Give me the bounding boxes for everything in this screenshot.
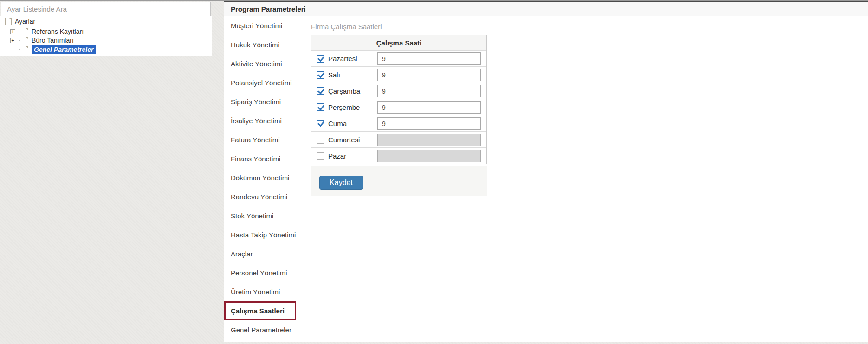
menu-item-1[interactable]: Müşteri Yönetimi <box>224 16 297 35</box>
page-title: Program Parametreleri <box>231 5 306 13</box>
day-checkbox-checked[interactable] <box>317 71 324 79</box>
menu-item-10[interactable]: Randevu Yönetimi <box>224 187 297 206</box>
table-row: Pazar <box>311 147 486 164</box>
hours-input <box>377 150 481 162</box>
panel-header: Program Parametreleri <box>224 1 868 16</box>
tree-item-label: Büro Tanımları <box>32 37 74 44</box>
working-hours-table-body: PazartesiSalıÇarşambaPerşembeCumaCumarte… <box>311 50 486 164</box>
menu-item-label: Çalışma Saatleri <box>231 307 285 315</box>
menu-item-label: Müşteri Yönetimi <box>231 22 282 30</box>
settings-tree: Ayarlar Referans Kayıtları Büro Tanımlar… <box>0 16 212 56</box>
tree-item-ayarlar[interactable]: Ayarlar <box>5 17 35 25</box>
menu-item-label: Finans Yönetimi <box>231 155 280 163</box>
day-label: Cuma <box>328 120 347 127</box>
menu-item-5[interactable]: Sipariş Yönetimi <box>224 92 297 111</box>
tree-item-referans-kayitlari[interactable]: Referans Kayıtları <box>22 27 84 36</box>
hours-input[interactable] <box>377 101 481 114</box>
menu-item-label: Araçlar <box>231 250 253 258</box>
table-row: Pazartesi <box>311 50 486 66</box>
day-checkbox-checked[interactable] <box>317 103 324 111</box>
table-row: Salı <box>311 66 486 83</box>
tree-item-label: Referans Kayıtları <box>32 28 84 35</box>
tree-item-label: Ayarlar <box>15 18 35 25</box>
day-checkbox-checked[interactable] <box>317 87 324 95</box>
check-icon <box>317 103 324 110</box>
expand-plus-icon[interactable] <box>10 29 15 34</box>
table-row: Cuma <box>311 115 486 131</box>
check-icon <box>317 87 324 94</box>
menu-item-label: Sipariş Yönetimi <box>231 98 281 106</box>
check-icon <box>317 54 324 62</box>
expand-plus-icon[interactable] <box>10 38 15 43</box>
menu-item-4[interactable]: Potansiyel Yönetimi <box>224 73 297 92</box>
menu-item-15[interactable]: Üretim Yönetimi <box>224 282 297 301</box>
menu-item-label: Hukuk Yönetimi <box>231 41 279 49</box>
menu-item-3[interactable]: Aktivite Yönetimi <box>224 54 297 73</box>
check-icon <box>317 70 324 78</box>
menu-item-label: Hasta Takip Yönetimi <box>231 231 296 239</box>
day-label: Cumartesi <box>328 136 360 144</box>
menu-item-14[interactable]: Personel Yönetimi <box>224 263 297 282</box>
day-checkbox-unchecked[interactable] <box>317 152 324 160</box>
menu-item-8[interactable]: Finans Yönetimi <box>224 149 297 168</box>
document-icon <box>22 37 28 44</box>
day-label: Pazartesi <box>328 55 357 63</box>
day-label: Perşembe <box>328 103 360 111</box>
section-label: Firma Çalışma Saatleri <box>311 23 382 31</box>
document-icon <box>22 28 28 35</box>
hours-input[interactable] <box>377 52 481 65</box>
menu-item-label: Üretim Yönetimi <box>231 288 280 296</box>
tree-item-label-selected: Genel Parametreler <box>32 45 96 54</box>
table-row: Perşembe <box>311 99 486 115</box>
hours-input[interactable] <box>377 85 481 97</box>
menu-item-label: Döküman Yönetimi <box>231 174 289 182</box>
menu-item-11[interactable]: Stok Yönetimi <box>224 206 297 225</box>
working-hours-table: Çalışma Saati PazartesiSalıÇarşambaPerşe… <box>311 35 487 164</box>
menu-item-label: Fatura Yönetimi <box>231 136 280 144</box>
day-label: Salı <box>328 71 340 79</box>
hours-input <box>377 134 481 146</box>
day-label: Çarşamba <box>328 87 360 95</box>
check-icon <box>317 119 324 127</box>
table-row: Cumartesi <box>311 131 486 147</box>
menu-item-9[interactable]: Döküman Yönetimi <box>224 168 297 187</box>
document-icon <box>5 18 12 25</box>
menu-item-2[interactable]: Hukuk Yönetimi <box>224 35 297 54</box>
save-button[interactable]: Kaydet <box>319 176 363 190</box>
hours-input[interactable] <box>377 117 481 130</box>
menu-item-17[interactable]: Genel Parametreler <box>224 320 297 339</box>
menu-item-7[interactable]: Fatura Yönetimi <box>224 130 297 149</box>
menu-item-label: Potansiyel Yönetimi <box>231 79 291 87</box>
search-input[interactable] <box>1 2 211 16</box>
menu-item-12[interactable]: Hasta Takip Yönetimi <box>224 225 297 244</box>
content-divider <box>297 204 868 204</box>
hours-input[interactable] <box>377 69 481 81</box>
settings-page: Ayarlar Referans Kayıtları Büro Tanımlar… <box>0 0 868 344</box>
menu-item-16[interactable]: Çalışma Saatleri <box>224 301 296 320</box>
day-checkbox-checked[interactable] <box>317 120 324 127</box>
tree-guide-line <box>13 49 20 50</box>
tree-item-buro-tanimlari[interactable]: Büro Tanımları <box>22 36 74 45</box>
day-label: Pazar <box>328 152 346 160</box>
document-icon <box>22 46 28 53</box>
menu-item-label: Randevu Yönetimi <box>231 193 287 201</box>
menu-item-label: Personel Yönetimi <box>231 269 287 277</box>
day-checkbox-checked[interactable] <box>317 55 324 63</box>
menu-item-label: Genel Parametreler <box>231 326 291 334</box>
table-row: Çarşamba <box>311 83 486 99</box>
menu-item-6[interactable]: İrsaliye Yönetimi <box>224 111 297 130</box>
table-header: Çalışma Saati <box>311 35 486 50</box>
menu-item-13[interactable]: Araçlar <box>224 244 297 263</box>
menu-item-label: İrsaliye Yönetimi <box>231 117 282 125</box>
menu-item-label: Aktivite Yönetimi <box>231 60 282 68</box>
tree-item-genel-parametreler[interactable]: Genel Parametreler <box>22 45 96 54</box>
settings-menu: Müşteri YönetimiHukuk YönetimiAktivite Y… <box>224 16 297 342</box>
menu-item-label: Stok Yönetimi <box>231 212 273 220</box>
day-checkbox-unchecked[interactable] <box>317 136 324 144</box>
main-panel: Program Parametreleri Müşteri YönetimiHu… <box>224 1 868 342</box>
